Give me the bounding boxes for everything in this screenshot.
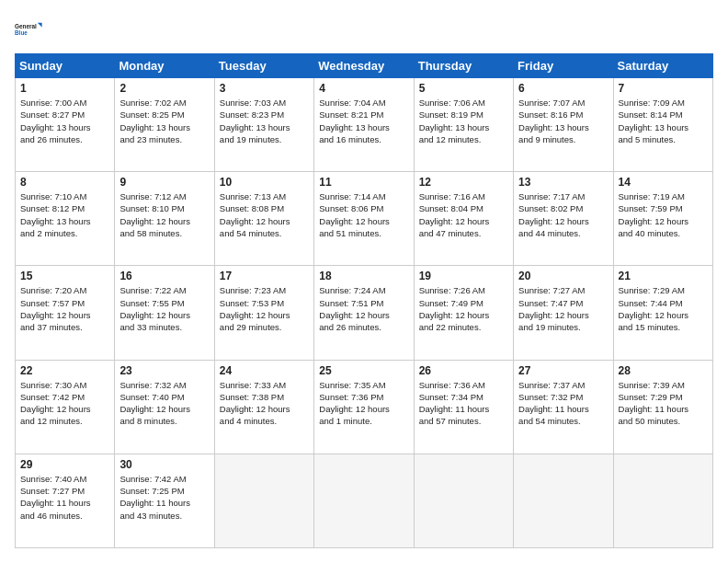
cell-line: and 47 minutes.	[419, 227, 508, 239]
cell-line: Daylight: 11 hours	[119, 497, 209, 509]
calendar-cell: 6Sunrise: 7:07 AMSunset: 8:16 PMDaylight…	[514, 78, 613, 172]
cell-line: Daylight: 12 hours	[220, 215, 309, 227]
calendar-cell: 17Sunrise: 7:23 AMSunset: 7:53 PMDayligh…	[214, 266, 313, 360]
cell-info: Sunrise: 7:30 AMSunset: 7:42 PMDaylight:…	[20, 379, 109, 428]
svg-marker-2	[38, 23, 42, 28]
day-number: 27	[518, 364, 608, 377]
cell-line: and 51 minutes.	[319, 227, 408, 239]
calendar-cell: 2Sunrise: 7:02 AMSunset: 8:25 PMDaylight…	[115, 78, 214, 172]
calendar-cell: 24Sunrise: 7:33 AMSunset: 7:38 PMDayligh…	[214, 360, 313, 454]
cell-line: Daylight: 12 hours	[119, 215, 209, 227]
cell-info: Sunrise: 7:12 AMSunset: 8:10 PMDaylight:…	[119, 190, 209, 239]
cell-info: Sunrise: 7:23 AMSunset: 7:53 PMDaylight:…	[220, 284, 309, 333]
cell-line: Daylight: 11 hours	[619, 403, 708, 415]
day-number: 7	[619, 82, 708, 95]
day-number: 29	[20, 458, 109, 471]
calendar-cell: 11Sunrise: 7:14 AMSunset: 8:06 PMDayligh…	[314, 172, 414, 266]
week-row-3: 22Sunrise: 7:30 AMSunset: 7:42 PMDayligh…	[16, 360, 713, 454]
cell-line: Sunrise: 7:19 AM	[619, 190, 708, 202]
cell-line: Sunset: 7:34 PM	[419, 391, 508, 403]
cell-line: Sunset: 7:51 PM	[319, 297, 408, 309]
cell-line: Daylight: 13 hours	[518, 121, 608, 133]
cell-line: and 12 minutes.	[419, 133, 508, 145]
calendar-cell: 4Sunrise: 7:04 AMSunset: 8:21 PMDaylight…	[314, 78, 414, 172]
calendar-cell: 23Sunrise: 7:32 AMSunset: 7:40 PMDayligh…	[115, 360, 214, 454]
day-header-saturday: Saturday	[613, 54, 712, 78]
cell-line: Sunset: 8:16 PM	[518, 109, 608, 121]
cell-line: and 40 minutes.	[619, 227, 708, 239]
cell-info: Sunrise: 7:42 AMSunset: 7:25 PMDaylight:…	[119, 473, 209, 522]
calendar-cell	[214, 454, 313, 547]
cell-line: Daylight: 13 hours	[319, 121, 408, 133]
calendar-cell	[414, 454, 513, 547]
cell-line: Sunset: 8:10 PM	[119, 202, 209, 214]
cell-line: and 9 minutes.	[518, 133, 608, 145]
svg-text:General: General	[15, 23, 37, 29]
calendar-cell: 10Sunrise: 7:13 AMSunset: 8:08 PMDayligh…	[214, 172, 313, 266]
cell-line: Daylight: 12 hours	[419, 215, 508, 227]
cell-line: Sunrise: 7:10 AM	[20, 190, 109, 202]
calendar-cell: 28Sunrise: 7:39 AMSunset: 7:29 PMDayligh…	[613, 360, 712, 454]
week-row-1: 8Sunrise: 7:10 AMSunset: 8:12 PMDaylight…	[16, 172, 713, 266]
cell-line: Daylight: 11 hours	[419, 403, 508, 415]
day-number: 1	[20, 82, 109, 95]
cell-line: Sunset: 8:27 PM	[20, 109, 109, 121]
cell-info: Sunrise: 7:10 AMSunset: 8:12 PMDaylight:…	[20, 190, 109, 239]
calendar-cell: 22Sunrise: 7:30 AMSunset: 7:42 PMDayligh…	[16, 360, 115, 454]
cell-line: Sunrise: 7:00 AM	[20, 97, 109, 109]
cell-line: and 4 minutes.	[220, 415, 309, 427]
cell-line: Daylight: 13 hours	[220, 121, 309, 133]
calendar-cell	[613, 454, 712, 547]
week-row-4: 29Sunrise: 7:40 AMSunset: 7:27 PMDayligh…	[16, 454, 713, 547]
day-number: 4	[319, 82, 408, 95]
week-row-2: 15Sunrise: 7:20 AMSunset: 7:57 PMDayligh…	[16, 266, 713, 360]
day-header-thursday: Thursday	[414, 54, 513, 78]
calendar-cell: 16Sunrise: 7:22 AMSunset: 7:55 PMDayligh…	[115, 266, 214, 360]
cell-line: Sunrise: 7:39 AM	[619, 379, 708, 391]
svg-text:Blue: Blue	[15, 29, 28, 36]
cell-line: Sunrise: 7:33 AM	[220, 379, 309, 391]
calendar-cell: 1Sunrise: 7:00 AMSunset: 8:27 PMDaylight…	[16, 78, 115, 172]
cell-line: Sunrise: 7:24 AM	[319, 284, 408, 296]
cell-line: Sunset: 7:27 PM	[20, 485, 109, 497]
cell-line: and 16 minutes.	[319, 133, 408, 145]
cell-line: Daylight: 12 hours	[619, 309, 708, 321]
day-number: 9	[119, 176, 209, 189]
cell-info: Sunrise: 7:00 AMSunset: 8:27 PMDaylight:…	[20, 97, 109, 145]
cell-line: Sunrise: 7:40 AM	[20, 473, 109, 485]
day-number: 21	[619, 270, 708, 282]
day-number: 25	[319, 364, 408, 377]
cell-info: Sunrise: 7:17 AMSunset: 8:02 PMDaylight:…	[518, 190, 608, 239]
cell-line: Daylight: 12 hours	[518, 309, 608, 321]
cell-info: Sunrise: 7:27 AMSunset: 7:47 PMDaylight:…	[518, 284, 608, 333]
cell-line: Daylight: 12 hours	[619, 215, 708, 227]
cell-line: Sunrise: 7:06 AM	[419, 97, 508, 109]
cell-line: Sunrise: 7:03 AM	[220, 97, 309, 109]
cell-line: and 19 minutes.	[220, 133, 309, 145]
cell-info: Sunrise: 7:32 AMSunset: 7:40 PMDaylight:…	[119, 379, 209, 428]
day-number: 20	[518, 270, 608, 282]
day-number: 24	[220, 364, 309, 377]
cell-line: and 44 minutes.	[518, 227, 608, 239]
day-header-friday: Friday	[514, 54, 613, 78]
cell-line: Sunset: 7:55 PM	[119, 297, 209, 309]
cell-line: Daylight: 12 hours	[518, 215, 608, 227]
cell-line: Sunset: 7:29 PM	[619, 391, 708, 403]
cell-line: Sunset: 7:38 PM	[220, 391, 309, 403]
calendar-cell: 18Sunrise: 7:24 AMSunset: 7:51 PMDayligh…	[314, 266, 414, 360]
cell-line: Daylight: 13 hours	[119, 121, 209, 133]
cell-line: and 23 minutes.	[119, 133, 209, 145]
cell-line: Daylight: 12 hours	[319, 309, 408, 321]
cell-line: Sunrise: 7:36 AM	[419, 379, 508, 391]
day-number: 26	[419, 364, 508, 377]
cell-line: Daylight: 12 hours	[119, 309, 209, 321]
cell-info: Sunrise: 7:40 AMSunset: 7:27 PMDaylight:…	[20, 473, 109, 522]
cell-line: Sunset: 7:57 PM	[20, 297, 109, 309]
cell-line: and 50 minutes.	[619, 415, 708, 427]
cell-info: Sunrise: 7:24 AMSunset: 7:51 PMDaylight:…	[319, 284, 408, 333]
cell-info: Sunrise: 7:36 AMSunset: 7:34 PMDaylight:…	[419, 379, 508, 428]
calendar-cell: 9Sunrise: 7:12 AMSunset: 8:10 PMDaylight…	[115, 172, 214, 266]
cell-info: Sunrise: 7:03 AMSunset: 8:23 PMDaylight:…	[220, 97, 309, 145]
header: GeneralBlue	[15, 15, 713, 44]
cell-line: and 54 minutes.	[518, 415, 608, 427]
